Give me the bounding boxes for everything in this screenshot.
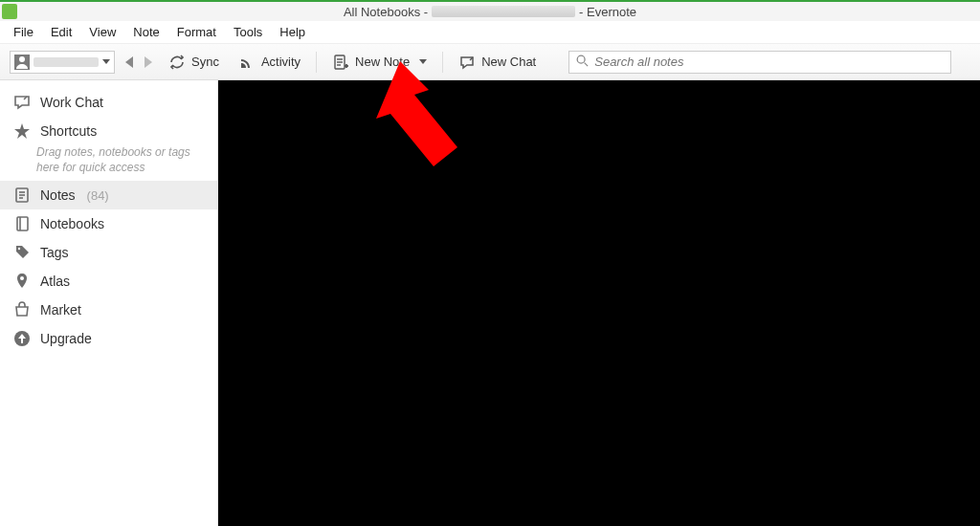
menu-tools[interactable]: Tools bbox=[226, 23, 270, 41]
search-input[interactable] bbox=[594, 55, 945, 69]
svg-point-10 bbox=[577, 55, 585, 63]
new-note-button[interactable]: New Note bbox=[326, 50, 433, 75]
star-icon bbox=[13, 122, 31, 140]
sidebar-item-notebooks[interactable]: Notebooks bbox=[0, 209, 217, 238]
sync-icon bbox=[168, 54, 186, 71]
sync-button[interactable]: Sync bbox=[163, 50, 225, 75]
notes-label: Notes bbox=[40, 187, 76, 203]
search-icon bbox=[575, 54, 589, 70]
notebook-icon bbox=[13, 215, 31, 232]
annotation-arrow bbox=[362, 61, 486, 186]
toolbar: Sync Activity New Note New Chat bbox=[0, 44, 980, 80]
menu-help[interactable]: Help bbox=[272, 23, 313, 41]
notes-count: (84) bbox=[87, 188, 109, 203]
sidebar-item-market[interactable]: Market bbox=[0, 296, 217, 324]
account-name-redacted bbox=[33, 57, 99, 67]
nav-forward-button[interactable] bbox=[140, 54, 155, 71]
sidebar-item-tags[interactable]: Tags bbox=[0, 238, 217, 267]
tags-label: Tags bbox=[40, 245, 69, 260]
tag-icon bbox=[13, 244, 31, 261]
sidebar: Work Chat Shortcuts Drag notes, notebook… bbox=[0, 80, 218, 526]
account-switcher[interactable] bbox=[10, 51, 115, 74]
shortcuts-hint: Drag notes, notebooks or tags here for q… bbox=[0, 145, 217, 181]
notes-icon bbox=[13, 186, 31, 204]
caret-down-icon bbox=[102, 59, 110, 64]
menu-format[interactable]: Format bbox=[169, 23, 224, 41]
activity-button[interactable]: Activity bbox=[233, 50, 306, 75]
menubar: File Edit View Note Format Tools Help bbox=[0, 21, 980, 44]
notebooks-label: Notebooks bbox=[40, 216, 104, 231]
svg-marker-1 bbox=[125, 56, 133, 68]
evernote-app-icon bbox=[2, 4, 17, 19]
sidebar-item-work-chat[interactable]: Work Chat bbox=[0, 88, 217, 117]
search-box[interactable] bbox=[568, 51, 951, 74]
title-account-redacted bbox=[432, 6, 575, 17]
title-suffix: - Evernote bbox=[579, 5, 636, 19]
menu-note[interactable]: Note bbox=[125, 23, 167, 41]
svg-marker-2 bbox=[145, 56, 152, 68]
svg-rect-17 bbox=[17, 217, 28, 230]
sidebar-item-notes[interactable]: Notes (84) bbox=[0, 181, 217, 209]
satellite-icon bbox=[238, 54, 256, 71]
toolbar-separator bbox=[316, 52, 317, 73]
market-label: Market bbox=[40, 302, 81, 318]
menu-edit[interactable]: Edit bbox=[43, 23, 79, 41]
upgrade-icon bbox=[13, 330, 31, 347]
nav-back-button[interactable] bbox=[122, 54, 138, 71]
svg-point-0 bbox=[19, 56, 25, 62]
new-note-label: New Note bbox=[355, 55, 410, 69]
avatar-icon bbox=[14, 55, 30, 70]
title-prefix: All Notebooks - bbox=[344, 5, 428, 19]
activity-label: Activity bbox=[261, 55, 301, 69]
new-note-icon bbox=[332, 54, 349, 71]
menu-file[interactable]: File bbox=[6, 23, 41, 41]
svg-marker-12 bbox=[14, 123, 30, 139]
svg-point-19 bbox=[18, 248, 20, 250]
sidebar-item-atlas[interactable]: Atlas bbox=[0, 267, 217, 296]
location-icon bbox=[13, 273, 31, 290]
work-chat-label: Work Chat bbox=[40, 95, 103, 110]
svg-line-11 bbox=[585, 63, 589, 67]
new-note-dropdown-icon[interactable] bbox=[419, 59, 427, 64]
work-chat-icon bbox=[13, 94, 31, 111]
sidebar-item-shortcuts[interactable]: Shortcuts bbox=[0, 117, 217, 145]
svg-point-3 bbox=[242, 64, 245, 67]
content-area bbox=[218, 80, 980, 526]
shortcuts-label: Shortcuts bbox=[40, 123, 97, 139]
body: Work Chat Shortcuts Drag notes, notebook… bbox=[0, 80, 980, 526]
chat-icon bbox=[458, 54, 476, 71]
window-titlebar: All Notebooks - - Evernote bbox=[0, 0, 980, 21]
sync-label: Sync bbox=[191, 55, 219, 69]
sidebar-item-upgrade[interactable]: Upgrade bbox=[0, 324, 217, 353]
market-icon bbox=[13, 301, 31, 318]
new-chat-label: New Chat bbox=[481, 55, 536, 69]
new-chat-button[interactable]: New Chat bbox=[453, 50, 542, 75]
toolbar-separator-2 bbox=[442, 52, 443, 73]
menu-view[interactable]: View bbox=[81, 23, 123, 41]
svg-point-20 bbox=[20, 276, 24, 280]
upgrade-label: Upgrade bbox=[40, 331, 92, 346]
nav-buttons bbox=[122, 54, 155, 71]
atlas-label: Atlas bbox=[40, 274, 70, 289]
